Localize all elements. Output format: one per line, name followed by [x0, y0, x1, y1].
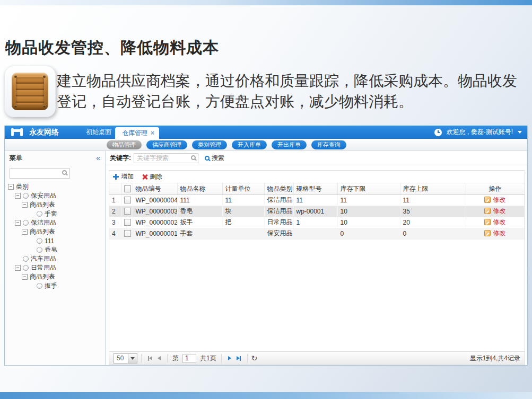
- cell-name: 扳手: [177, 217, 222, 228]
- nav-button-供应商管理[interactable]: 供应商管理: [146, 140, 187, 149]
- edit-link[interactable]: 修改: [493, 218, 505, 226]
- cell-min: 11: [337, 194, 400, 206]
- grid-toolbar: 增加 删除: [109, 171, 525, 183]
- tree-node[interactable]: 商品列表: [5, 227, 105, 236]
- row-checkbox[interactable]: [124, 219, 131, 226]
- table-row[interactable]: 1WP_0000000411111保洁用品111111修改: [109, 194, 525, 206]
- tab-home-desktop[interactable]: 初始桌面: [82, 126, 115, 139]
- tab-warehouse-management[interactable]: 仓库管理×: [115, 127, 159, 139]
- user-menu-caret-icon[interactable]: [518, 131, 522, 134]
- brand-logo-icon: [11, 128, 23, 136]
- tree-expander-icon[interactable]: [8, 184, 14, 190]
- tree-node[interactable]: 类别: [5, 182, 105, 191]
- sidebar-search-input[interactable]: [10, 169, 70, 179]
- collapse-sidebar-icon[interactable]: «: [96, 151, 100, 165]
- column-header[interactable]: 计量单位: [222, 183, 264, 194]
- tree-node[interactable]: 商品列表: [5, 272, 105, 281]
- tree-expander-icon[interactable]: [15, 220, 21, 226]
- column-header[interactable]: 物品编号: [133, 183, 177, 194]
- tree-expander-icon[interactable]: [15, 193, 21, 199]
- keyword-label: 关键字:: [110, 154, 131, 163]
- sidebar-header: 菜单 «: [5, 151, 105, 165]
- column-header[interactable]: 物品类别: [264, 183, 293, 194]
- column-header[interactable]: 库存上限: [400, 183, 466, 194]
- close-tab-icon[interactable]: ×: [151, 129, 154, 137]
- nav-button-库存查询[interactable]: 库存查询: [311, 140, 346, 149]
- row-checkbox[interactable]: [124, 208, 131, 215]
- cell-unit: 块: [222, 206, 264, 217]
- tree-node[interactable]: 保安用品: [5, 191, 105, 200]
- cell-spec: wp-00001: [293, 206, 337, 217]
- tree-node[interactable]: 商品列表: [5, 200, 105, 209]
- page-size-select[interactable]: 50: [114, 353, 128, 363]
- nav-button-类别管理[interactable]: 类别管理: [192, 140, 227, 149]
- prev-page-button[interactable]: [158, 356, 161, 360]
- table-row[interactable]: 4WP_00000001手套保安用品00修改: [109, 228, 525, 239]
- tree-radio-icon: [37, 247, 42, 253]
- page-description: 建立物品供应商档案，通过价格和质量跟踪，降低采购成本。物品收发登记，自动登记台账…: [57, 70, 524, 112]
- tree-radio-icon: [23, 193, 29, 199]
- row-checkbox[interactable]: [124, 230, 131, 237]
- refresh-icon[interactable]: ↻: [251, 354, 258, 362]
- tree-node[interactable]: 汽车用品: [5, 254, 105, 263]
- edit-pencil-icon: [484, 208, 491, 214]
- cell-min: 10: [337, 206, 400, 217]
- last-page-button[interactable]: [237, 356, 241, 361]
- cell-min: 0: [337, 228, 400, 239]
- tree-expander-icon[interactable]: [22, 274, 28, 280]
- tree-expander-icon[interactable]: [15, 265, 21, 271]
- tree-node[interactable]: 扳手: [5, 281, 105, 290]
- tree-node[interactable]: 保洁用品: [5, 218, 105, 227]
- row-number: 2: [109, 206, 121, 217]
- cell-code: WP_00000003: [133, 206, 177, 217]
- tree-node-label: 汽车用品: [31, 254, 56, 263]
- tree-expander-icon[interactable]: [22, 229, 28, 235]
- nav-button-物品管理[interactable]: 物品管理: [107, 140, 142, 149]
- cell-max: 35: [400, 206, 466, 217]
- select-all-checkbox[interactable]: [124, 185, 131, 192]
- cell-code: WP_00000004: [133, 194, 177, 206]
- pager-status-text: 显示1到4,共4记录: [470, 354, 520, 363]
- search-icon[interactable]: [62, 170, 67, 175]
- tree-node[interactable]: 日常用品: [5, 263, 105, 272]
- tree-radio-icon: [37, 283, 42, 289]
- page-number-input[interactable]: [182, 354, 196, 363]
- tree-node-label: 保安用品: [31, 191, 56, 200]
- tree-node-label: 商品列表: [30, 227, 55, 236]
- column-header[interactable]: 操作: [466, 183, 525, 194]
- next-page-button[interactable]: [228, 356, 231, 360]
- keyword-input[interactable]: [134, 153, 198, 163]
- top-decor-strip: [0, 0, 532, 5]
- nav-button-开出库单[interactable]: 开出库单: [272, 140, 307, 149]
- main-panel: 关键字: 搜索 增加 删除: [106, 151, 527, 365]
- alarm-clock-icon[interactable]: [434, 129, 442, 136]
- cell-unit: [222, 228, 264, 239]
- tree-node[interactable]: 111: [5, 236, 105, 245]
- column-header[interactable]: 规格型号: [293, 183, 337, 194]
- row-checkbox[interactable]: [124, 197, 131, 203]
- search-button[interactable]: 搜索: [205, 154, 224, 163]
- delete-button[interactable]: 删除: [142, 172, 162, 181]
- tree-node-label: 保洁用品: [31, 218, 56, 227]
- first-page-button[interactable]: [148, 356, 152, 361]
- nav-button-开入库单[interactable]: 开入库单: [232, 140, 267, 149]
- column-header[interactable]: 物品名称: [177, 183, 222, 194]
- tree-node-label: 商品列表: [30, 272, 55, 281]
- edit-link[interactable]: 修改: [493, 196, 505, 203]
- tree-radio-icon: [23, 265, 29, 271]
- edit-link[interactable]: 修改: [493, 229, 505, 237]
- page-size-dropdown-button[interactable]: [128, 353, 137, 363]
- select-all-header: [121, 183, 133, 194]
- table-row[interactable]: 2WP_00000003香皂块保洁用品wp-000011035修改: [109, 206, 525, 217]
- bottom-decor-strip: [0, 392, 532, 399]
- add-button[interactable]: 增加: [113, 172, 134, 181]
- column-header[interactable]: 库存下限: [337, 183, 400, 194]
- edit-link[interactable]: 修改: [493, 207, 505, 215]
- plus-icon: [113, 174, 119, 180]
- tree-expander-icon[interactable]: [22, 202, 28, 208]
- tree-node[interactable]: 香皂: [5, 245, 105, 254]
- table-row[interactable]: 3WP_00000002扳手把日常用品11020修改: [109, 217, 525, 228]
- cell-category: 保洁用品: [264, 194, 293, 206]
- tree-node[interactable]: 手套: [5, 209, 105, 218]
- cell-max: 0: [400, 228, 466, 239]
